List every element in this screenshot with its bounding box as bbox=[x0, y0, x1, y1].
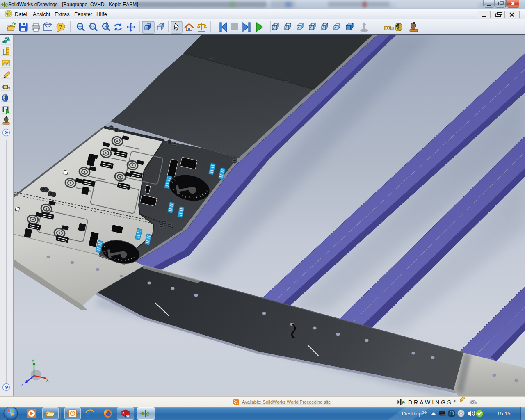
svg-text:Z: Z bbox=[21, 382, 24, 387]
svg-text:e: e bbox=[5, 1, 8, 8]
svg-text:Y: Y bbox=[32, 359, 34, 363]
svg-text:DRAWINGS: DRAWINGS bbox=[408, 399, 452, 406]
svg-text:W: W bbox=[126, 415, 129, 418]
svg-text:Desktop: Desktop bbox=[402, 411, 422, 417]
svg-text:e: e bbox=[7, 11, 10, 16]
svg-text:e: e bbox=[146, 410, 150, 417]
svg-text:?: ? bbox=[59, 24, 62, 30]
svg-text:S: S bbox=[123, 412, 125, 415]
svg-text:e: e bbox=[402, 399, 405, 406]
svg-text:Available: SolidWorks World Pr: Available: SolidWorks World Proceeding s… bbox=[242, 399, 331, 404]
svg-text:15:15: 15:15 bbox=[497, 411, 511, 417]
svg-text:®: ® bbox=[454, 399, 456, 403]
svg-text:X: X bbox=[46, 378, 49, 383]
